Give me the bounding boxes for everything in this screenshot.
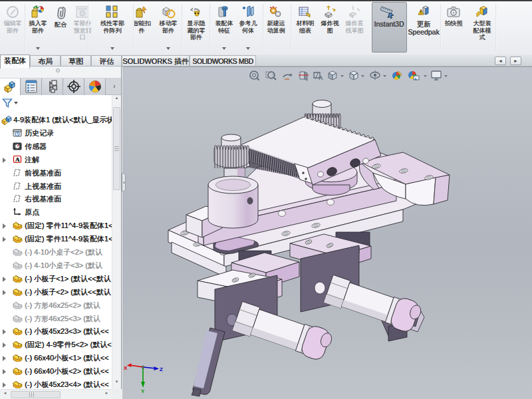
svg-text:A: A — [319, 74, 323, 81]
svg-text:Y: Y — [141, 388, 145, 394]
svg-text:X: X — [124, 365, 128, 371]
svg-text:Z: Z — [160, 366, 163, 372]
svg-text:A: A — [15, 156, 20, 162]
